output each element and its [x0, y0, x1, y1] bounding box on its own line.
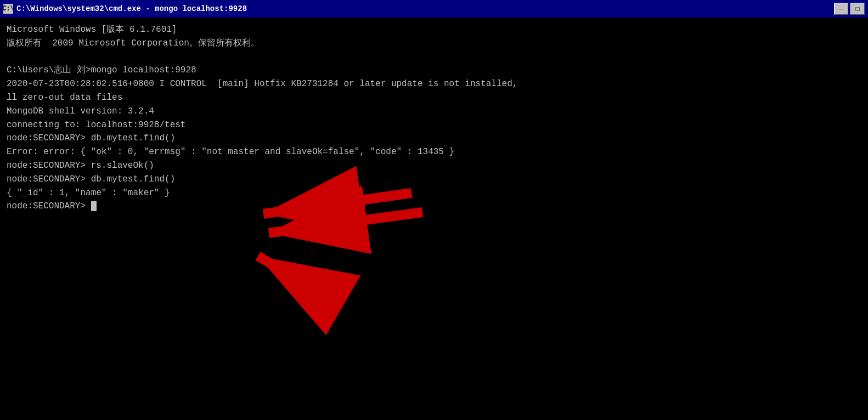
svg-line-4 [269, 212, 422, 233]
svg-line-5 [258, 256, 329, 297]
title-bar-text: C:\Windows\system32\cmd.exe - mongo loca… [16, 4, 247, 13]
minimize-button[interactable]: ─ [834, 3, 848, 15]
title-bar: C:\ C:\Windows\system32\cmd.exe - mongo … [0, 0, 868, 18]
title-bar-left: C:\ C:\Windows\system32\cmd.exe - mongo … [3, 4, 247, 14]
cmd-icon: C:\ [3, 4, 13, 14]
title-bar-buttons: ─ □ [834, 3, 865, 15]
maximize-button[interactable]: □ [850, 3, 865, 15]
terminal-output: Microsoft Windows [版本 6.1.7601] 版权所有 200… [7, 23, 861, 213]
terminal-window: Microsoft Windows [版本 6.1.7601] 版权所有 200… [0, 18, 868, 420]
